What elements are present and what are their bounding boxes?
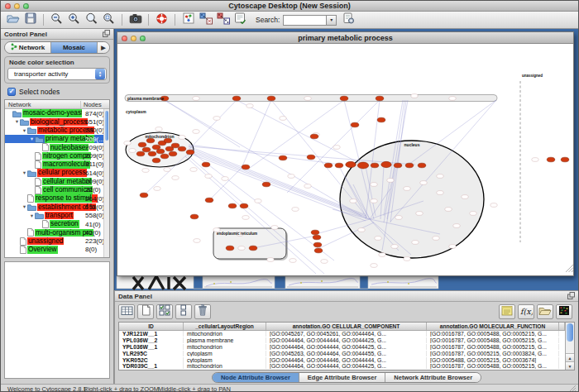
network-node-selected-color[interactable] (381, 161, 391, 167)
search-dropdown-arrow-icon[interactable]: ▾ (326, 15, 337, 26)
network-node[interactable] (164, 168, 170, 172)
network-node[interactable] (194, 239, 200, 243)
network-node[interactable] (255, 199, 261, 203)
table-cell[interactable]: mitochondrion (184, 344, 266, 350)
delete-attribute-button[interactable] (194, 304, 211, 319)
network-node-selected-color[interactable] (307, 155, 315, 160)
network-node-selected-color[interactable] (418, 163, 426, 168)
table-row[interactable]: YLR295Ccytoplasm[GO:0045263, GO:0044464,… (119, 350, 565, 356)
network-node-selected-color[interactable] (324, 163, 333, 168)
tree-column-network[interactable]: Network (5, 101, 81, 108)
network-node-selected-color[interactable] (148, 151, 156, 156)
network-node[interactable] (470, 212, 476, 216)
zoom-window-button[interactable] (23, 3, 29, 9)
zoom-selected-button[interactable] (100, 12, 117, 27)
table-scrollbar[interactable]: ▲ ▼ (565, 323, 574, 370)
network-node[interactable] (222, 177, 228, 181)
network-node[interactable] (350, 199, 356, 203)
network-node-selected-color[interactable] (232, 96, 241, 101)
network-tree-row[interactable]: ▼metabolic process280(0) (5, 127, 109, 135)
network-node-selected-color[interactable] (228, 203, 237, 208)
open-session-button[interactable] (4, 12, 22, 27)
network-node[interactable] (490, 203, 497, 208)
tree-scrollbar-thumb[interactable] (105, 111, 108, 141)
network-node[interactable] (290, 259, 296, 263)
table-cell[interactable]: YKR052C (119, 357, 184, 363)
network-tree-row[interactable]: cellular metabol209(0) (5, 177, 109, 185)
scroll-down-icon[interactable]: ▼ (566, 361, 574, 370)
table-cell[interactable]: YLR295C (119, 351, 184, 356)
tab-overflow-arrow-icon[interactable]: ▶ (98, 42, 109, 53)
network-node[interactable] (358, 228, 365, 232)
network-node[interactable] (156, 127, 162, 131)
table-cell[interactable]: [GO:0016787, GO:0005488, GO:0005215, G..… (427, 363, 559, 369)
column-header[interactable]: annotation.GO MOLECULAR_FUNCTION (427, 323, 559, 330)
close-button[interactable] (5, 3, 11, 9)
zoom-out-button[interactable] (48, 12, 65, 27)
network-node-selected-color[interactable] (394, 163, 402, 168)
network-tree-row[interactable]: secretion41(0) (5, 220, 109, 228)
node-color-dropdown[interactable]: transporter activity ▲▼ (7, 68, 107, 80)
network-node[interactable] (387, 179, 394, 183)
network-node[interactable] (371, 199, 377, 203)
network-node-selected-color[interactable] (171, 143, 179, 148)
table-cell[interactable]: cytoplasm (184, 351, 266, 356)
network-node[interactable] (142, 169, 149, 173)
table-row[interactable]: YPL036W__2plasma membrane[GO:0044464, GO… (119, 337, 565, 344)
network-node-selected-color[interactable] (335, 163, 343, 168)
attribute-table-button[interactable] (118, 304, 135, 319)
table-cell[interactable]: YPL036W__2 (119, 337, 184, 343)
network-view-window[interactable]: primary metabolic process plasma membran… (117, 31, 574, 276)
network-node-selected-color[interactable] (190, 214, 199, 219)
network-node-selected-color[interactable] (311, 230, 319, 235)
network-node[interactable] (292, 208, 299, 212)
new-attribute-button[interactable] (137, 304, 154, 319)
network-tree-row[interactable]: ▼transport558(0) (5, 212, 109, 220)
table-cell[interactable]: cytoplasm (184, 357, 266, 363)
vizmapper-button[interactable] (179, 12, 197, 27)
background-windows-strip[interactable] (115, 276, 579, 290)
network-node-selected-color[interactable] (267, 96, 275, 101)
table-cell[interactable]: YPL036W__1 (119, 344, 184, 350)
network-node-selected-color[interactable] (547, 157, 555, 162)
table-cell[interactable]: [GO:0005488, GO:0005215, GO:0003674] (427, 357, 559, 363)
network-node[interactable] (437, 174, 443, 179)
network-node-selected-color[interactable] (152, 158, 160, 163)
network-node-selected-color[interactable] (310, 134, 318, 139)
plugin-network-button-2[interactable] (214, 12, 232, 27)
tab-mosaic[interactable]: Mosaic (51, 42, 98, 53)
network-tree-row[interactable]: ▼biological_process651(0) (5, 117, 109, 126)
table-cell[interactable]: plasma membrane (184, 337, 266, 343)
tree-expand-icon[interactable]: ▼ (29, 136, 35, 141)
network-node[interactable] (411, 94, 418, 98)
network-tree-row[interactable]: multi-organism pro42(0) (5, 228, 109, 237)
table-cell[interactable]: YJR121W__1 (119, 331, 184, 337)
table-cell[interactable]: [GO:0016787, GO:0005215, GO:0003824, G..… (427, 351, 559, 356)
attribute-matrix-button[interactable] (556, 304, 572, 319)
network-node-selected-color[interactable] (279, 155, 287, 160)
network-node-selected-color[interactable] (242, 165, 250, 170)
search-input[interactable] (283, 15, 326, 26)
window-resize-grip[interactable] (566, 261, 573, 275)
network-node-selected-color[interactable] (169, 151, 177, 156)
network-node-selected-color[interactable] (357, 162, 368, 169)
help-button[interactable] (153, 12, 170, 27)
network-tree-row[interactable]: ▼cellular process614(0) (5, 169, 109, 177)
network-node-selected-color[interactable] (205, 198, 213, 203)
network-node-selected-color[interactable] (140, 193, 148, 198)
network-node[interactable] (371, 183, 377, 187)
network-tree-row[interactable]: nitrogen compo209(0) (5, 151, 109, 160)
resize-grip[interactable] (569, 385, 576, 392)
network-node[interactable] (193, 130, 199, 134)
table-cell[interactable]: [GO:0044464, GO:0044444, GO:0044425, G..… (266, 337, 427, 343)
network-node-selected-color[interactable] (240, 203, 248, 208)
tab-node-attribute-browser[interactable]: Node Attribute Browser (213, 373, 299, 382)
network-node[interactable] (154, 187, 160, 191)
network-tree-row[interactable]: cell communicat22(0) (5, 186, 109, 194)
network-node[interactable] (416, 212, 423, 216)
scroll-up-icon[interactable]: ▲ (566, 353, 574, 361)
network-node[interactable] (238, 246, 245, 251)
table-cell[interactable]: mitochondrion (184, 363, 266, 369)
network-node[interactable] (404, 257, 410, 261)
network-node[interactable] (420, 181, 427, 185)
